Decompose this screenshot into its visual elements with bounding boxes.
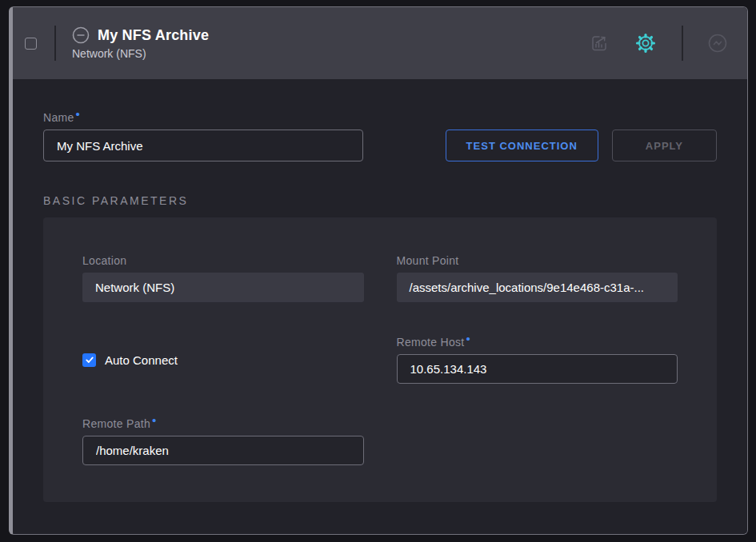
- required-dot: •: [76, 107, 81, 121]
- mount-point-field-group: Mount Point /assets/archive_locations/9e…: [397, 254, 678, 302]
- name-field-group: Name•: [43, 111, 363, 161]
- card-title: My NFS Archive: [98, 27, 209, 44]
- auto-connect-checkbox[interactable]: Auto Connect: [82, 353, 178, 367]
- remote-path-field-group: Remote Path•: [82, 417, 364, 465]
- header-actions-divider: [682, 26, 683, 61]
- pulse-icon[interactable]: [706, 31, 730, 55]
- remote-host-field-group: Remote Host•: [397, 336, 678, 384]
- test-connection-button[interactable]: TEST CONNECTION: [446, 130, 598, 161]
- select-checkbox[interactable]: [25, 38, 37, 50]
- collapse-minus-circle-icon[interactable]: [72, 26, 90, 44]
- mount-point-value: /assets/archive_locations/9e14e468-c31a-…: [397, 273, 678, 302]
- name-input[interactable]: [43, 130, 363, 161]
- archive-card: My NFS Archive Network (NFS): [9, 6, 748, 535]
- empty-cell: [397, 417, 678, 465]
- location-field-group: Location Network (NFS): [82, 254, 364, 302]
- auto-connect-field-group: Auto Connect: [82, 336, 364, 384]
- card-subtitle: Network (NFS): [72, 47, 209, 60]
- auto-connect-label: Auto Connect: [105, 353, 178, 367]
- apply-button: APPLY: [612, 130, 717, 161]
- card-header: My NFS Archive Network (NFS): [13, 7, 747, 79]
- header-title-block: My NFS Archive Network (NFS): [72, 26, 209, 60]
- mount-point-label: Mount Point: [397, 254, 678, 267]
- basic-parameters-panel: Location Network (NFS) Mount Point /asse…: [43, 217, 717, 502]
- name-label: Name•: [43, 111, 363, 124]
- gear-icon[interactable]: [634, 31, 658, 55]
- remote-host-label: Remote Host•: [397, 336, 678, 349]
- basic-parameters-heading: BASIC PARAMETERS: [43, 194, 717, 207]
- required-dot: •: [466, 332, 471, 345]
- location-value: Network (NFS): [82, 273, 364, 302]
- remote-path-label: Remote Path•: [82, 417, 364, 430]
- chart-icon[interactable]: [587, 31, 611, 55]
- header-actions: [587, 26, 730, 61]
- action-buttons: TEST CONNECTION APPLY: [446, 130, 717, 161]
- header-divider: [54, 26, 56, 61]
- checkbox-checked-icon: [82, 353, 96, 367]
- card-body: Name• TEST CONNECTION APPLY BASIC PARAME…: [13, 79, 747, 534]
- location-label: Location: [82, 254, 364, 267]
- remote-host-input[interactable]: [397, 354, 678, 384]
- remote-path-input[interactable]: [82, 436, 364, 465]
- required-dot: •: [152, 413, 157, 427]
- name-row: Name• TEST CONNECTION APPLY: [43, 111, 717, 161]
